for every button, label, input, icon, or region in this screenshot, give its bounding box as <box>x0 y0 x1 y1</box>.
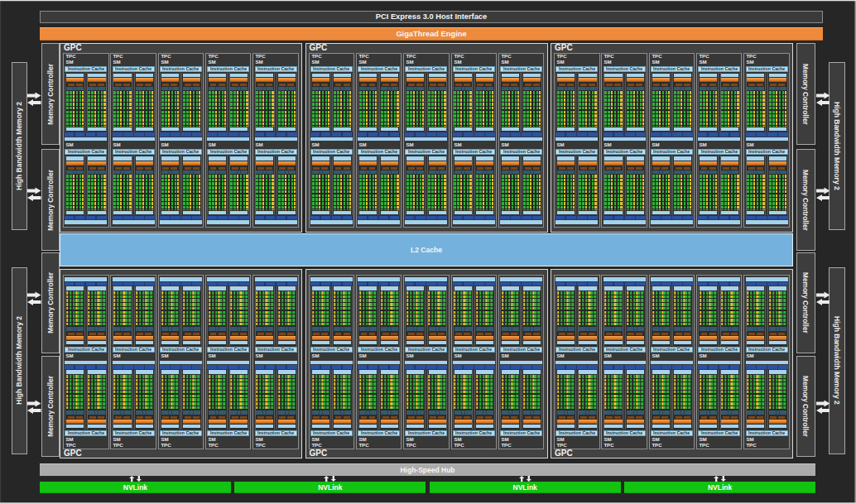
dispatch-unit-bar <box>511 333 517 335</box>
dispatch-unit-bar <box>369 84 376 86</box>
texture-units-bar <box>358 137 400 142</box>
dispatch-units <box>135 83 154 86</box>
core-grid <box>359 175 377 210</box>
instruction-buffer-bar <box>502 156 519 161</box>
block-bottom-bar <box>66 127 84 132</box>
dispatch-unit-bar <box>185 333 191 335</box>
processing-block <box>746 73 767 132</box>
processing-block <box>746 370 767 430</box>
block-bottom-bar <box>523 286 541 290</box>
texture-units-bar <box>698 137 740 142</box>
warp-scheduler-bar <box>557 161 575 166</box>
instruction-cache-bar: Instruction Cache <box>207 347 249 353</box>
ldst-units-bar <box>207 216 249 220</box>
processing-blocks <box>253 286 297 346</box>
core-grid <box>579 291 596 327</box>
dispatch-unit-bar <box>408 333 415 335</box>
sm-block: SM Instruction Cache <box>357 277 401 359</box>
instruction-buffer-bar <box>334 74 351 78</box>
dispatch-units <box>380 332 399 335</box>
nvlink-arrows-icon <box>714 476 726 482</box>
warp-scheduler-bar <box>381 420 398 424</box>
block-bottom-bar <box>476 211 493 215</box>
block-bottom-bar <box>230 286 248 290</box>
dispatch-unit-bar <box>748 333 755 335</box>
sm-label: SM <box>253 142 297 148</box>
instruction-buffer-bar <box>113 425 131 429</box>
instruction-cache-bar: Instruction Cache <box>65 430 107 436</box>
instruction-buffer-bar <box>113 156 131 161</box>
instruction-buffer-bar <box>359 425 377 429</box>
tpc-row: TPC SM Instruction Cache S <box>551 275 792 449</box>
sm-label: SM <box>697 142 741 148</box>
warp-scheduler-bar <box>769 161 786 166</box>
processing-blocks <box>602 73 646 132</box>
dispatch-unit-bar <box>137 84 143 86</box>
dispatch-units <box>182 83 201 86</box>
instruction-buffer-bar <box>454 74 472 78</box>
register-file-bar <box>230 327 248 330</box>
block-bottom-bar <box>381 286 398 290</box>
dispatch-unit-bar <box>653 167 660 170</box>
register-file-bar <box>334 87 351 90</box>
instruction-cache-bar: Instruction Cache <box>65 347 107 353</box>
ldst-units-bar <box>255 282 297 286</box>
register-file-bar <box>700 327 717 330</box>
warp-scheduler-bar <box>278 161 296 166</box>
instruction-buffer-bar <box>721 74 738 78</box>
register-file-bar <box>604 410 622 414</box>
warp-scheduler-bar <box>579 420 596 424</box>
warp-scheduler-bar <box>769 336 786 340</box>
dispatch-unit-bar <box>525 333 531 335</box>
dispatch-unit-bar <box>589 416 595 419</box>
dispatch-units <box>277 332 296 335</box>
warp-scheduler-bar <box>579 336 596 340</box>
ldst-units-bar <box>255 365 297 369</box>
dispatch-unit-bar <box>115 333 122 335</box>
instruction-buffer-bar <box>429 74 446 78</box>
dispatch-unit-bar <box>709 84 716 86</box>
instruction-cache-bar: Instruction Cache <box>160 347 202 353</box>
dispatch-unit-bar <box>193 167 200 170</box>
instruction-cache-bar: Instruction Cache <box>65 149 107 155</box>
register-file-bar <box>136 170 153 174</box>
nvlink-label: NVLink <box>123 483 147 492</box>
dispatch-unit-bar <box>709 333 716 335</box>
dispatch-unit-bar <box>723 167 729 170</box>
gigathread-engine-bar: GigaThread Engine <box>40 27 823 41</box>
sm-label: SM <box>310 353 353 359</box>
warp-scheduler-bar <box>381 336 398 340</box>
warp-scheduler-bar <box>209 78 226 82</box>
dispatch-unit-bar <box>606 333 613 335</box>
warp-scheduler-bar <box>523 161 541 166</box>
dispatch-units <box>428 332 447 335</box>
instruction-cache-bar: Instruction Cache <box>453 430 495 436</box>
dispatch-units <box>208 166 227 170</box>
ldst-units-bar <box>453 282 495 286</box>
block-bottom-bar <box>66 370 84 374</box>
dispatch-units <box>626 332 645 335</box>
ldst-units-bar <box>555 132 598 137</box>
processing-blocks <box>111 370 155 430</box>
warp-scheduler-bar <box>721 420 738 424</box>
processing-blocks <box>404 286 448 346</box>
register-file-bar <box>230 87 248 90</box>
dispatch-unit-bar <box>757 167 763 170</box>
dispatch-unit-bar <box>416 416 423 419</box>
dispatch-unit-bar <box>391 167 397 170</box>
texture-units-bar <box>358 220 400 224</box>
processing-blocks <box>650 286 694 346</box>
instruction-buffer-bar <box>454 341 472 345</box>
block-bottom-bar <box>183 370 200 374</box>
dispatch-unit-bar <box>748 167 755 170</box>
core-grid <box>183 91 200 127</box>
dispatch-unit-bar <box>731 84 738 86</box>
core-grid <box>136 291 153 327</box>
processing-blocks <box>499 156 543 215</box>
processing-block <box>746 286 767 346</box>
instruction-buffer-bar <box>381 341 398 345</box>
processing-block <box>698 156 719 215</box>
warp-scheduler-bar <box>88 420 105 424</box>
processing-block <box>522 156 542 215</box>
ldst-units-bar <box>207 365 249 369</box>
